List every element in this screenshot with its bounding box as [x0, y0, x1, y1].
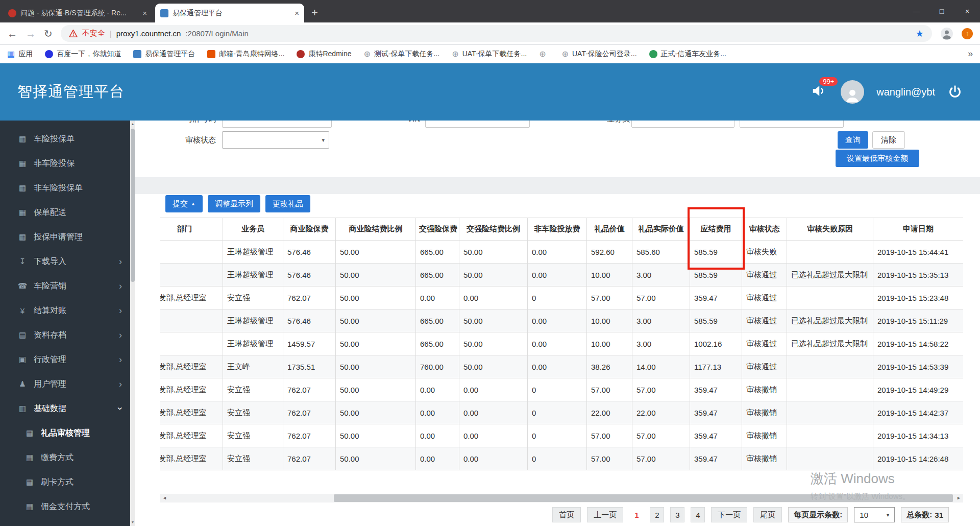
- table-cell: 585.59: [690, 264, 742, 286]
- bookmark-apps[interactable]: ▦应用: [7, 50, 33, 59]
- table-row[interactable]: 开发部,总经理室安立强762.0750.000.000.00022.0022.0…: [160, 401, 963, 424]
- adjust-columns-button[interactable]: 调整显示列: [208, 195, 260, 212]
- bookmark-test-login[interactable]: ⊕: [539, 50, 549, 58]
- page-number-4[interactable]: 4: [691, 507, 705, 522]
- bookmark-ybt[interactable]: 易保通管理平台: [133, 50, 195, 59]
- scrollbar-thumb[interactable]: [131, 129, 135, 282]
- change-gift-button[interactable]: 更改礼品: [265, 195, 310, 212]
- sidebar-item-gift-review[interactable]: ▦礼品审核管理: [0, 421, 130, 445]
- table-row[interactable]: 王琳超级管理576.4650.00665.0050.000.0010.003.0…: [160, 309, 963, 332]
- bookmark-uat-download[interactable]: ⊕UAT-保单下载任务...: [452, 50, 527, 59]
- table-row[interactable]: 开发部,总经理室安立强762.0750.000.000.00057.0057.0…: [160, 447, 963, 470]
- bookmark-xintong[interactable]: 正式-信通车友业务...: [649, 50, 726, 59]
- logout-icon[interactable]: [947, 84, 963, 100]
- avatar[interactable]: [841, 80, 864, 104]
- page-number-3[interactable]: 3: [670, 507, 684, 522]
- sidebar-scrollbar[interactable]: ▲ ▼: [130, 121, 135, 526]
- gift-review-table: 部门业务员商业险保费商业险结费比例交强险保费交强险结费比例非车险投放费礼品价值礼…: [160, 218, 963, 470]
- browser-update-icon[interactable]: ↑: [962, 28, 973, 39]
- sidebar-item-administration[interactable]: ▣行政管理›: [0, 347, 130, 372]
- table-row[interactable]: 开发部,总经理室安立强762.0750.000.000.00057.0057.0…: [160, 286, 963, 309]
- bookmark-mail[interactable]: 邮箱-青岛康特网络...: [207, 50, 284, 59]
- table-cell: 57.00: [632, 447, 690, 470]
- browser-tab-inactive[interactable]: 问题 - 易保通-B/S管理系统 - Re... ×: [3, 4, 152, 22]
- next-page-button[interactable]: 下一页: [711, 507, 747, 522]
- table-cell: 50.00: [336, 286, 416, 309]
- agent-input[interactable]: [631, 121, 734, 128]
- table-row[interactable]: 开发部,总经理室王文峰1735.5150.00760.0050.000.0038…: [160, 355, 963, 378]
- sidebar-item-payment-method[interactable]: ▦缴费方式: [0, 445, 130, 470]
- vin-input[interactable]: [425, 121, 530, 128]
- agent-name-input[interactable]: [740, 121, 844, 128]
- table-row[interactable]: 王琳超级管理576.4650.00665.0050.000.00592.6058…: [160, 241, 963, 264]
- bookmark-star-icon[interactable]: ★: [916, 28, 924, 39]
- new-tab-button[interactable]: +: [311, 7, 318, 18]
- sidebar-item-application-management[interactable]: ▦投保申请管理: [0, 225, 130, 249]
- scroll-up-icon[interactable]: ▲: [130, 121, 135, 128]
- tab-close-icon[interactable]: ×: [295, 9, 299, 17]
- bookmark-redmine[interactable]: 康特Redmine: [297, 50, 351, 59]
- table-row[interactable]: 开发部,总经理室安立强762.0750.000.000.00057.0057.0…: [160, 378, 963, 401]
- sidebar-item-policy-delivery[interactable]: ▦保单配送: [0, 200, 130, 225]
- scroll-down-icon[interactable]: ▼: [130, 519, 135, 526]
- last-page-button[interactable]: 尾页: [753, 507, 782, 522]
- bookmarks-overflow-icon[interactable]: »: [968, 49, 973, 59]
- url-input[interactable]: 不安全 | proxy1.countnet.cn :20807/Login/Ma…: [61, 25, 932, 42]
- sidebar-item-commission-payment[interactable]: ▦佣金支付方式: [0, 494, 130, 519]
- bookmark-test-download[interactable]: ⊕测试-保单下载任务...: [364, 50, 440, 59]
- search-button[interactable]: 查询: [838, 131, 868, 149]
- scrollbar-thumb[interactable]: [334, 494, 953, 502]
- scroll-right-icon[interactable]: ►: [954, 494, 963, 503]
- set-min-amount-button[interactable]: 设置最低审核金额: [836, 150, 919, 167]
- sidebar-item-base-data[interactable]: ▥基础数据›: [0, 396, 130, 421]
- per-page-select[interactable]: 10▾: [854, 507, 895, 522]
- sidebar-item-archives[interactable]: ▤资料存档›: [0, 323, 130, 347]
- table-cell: 审核通过: [742, 286, 787, 309]
- sidebar-item-card-method[interactable]: ▦刷卡方式: [0, 470, 130, 494]
- window-minimize-icon[interactable]: —: [903, 0, 929, 22]
- table-cell: 50.00: [459, 264, 528, 286]
- table-cell: 0.00: [528, 332, 587, 355]
- refresh-icon[interactable]: ↻: [44, 29, 53, 39]
- back-icon[interactable]: ←: [7, 29, 17, 39]
- first-page-button[interactable]: 首页: [552, 507, 581, 522]
- table-row[interactable]: 王琳超级管理576.4650.00665.0050.000.0010.003.0…: [160, 264, 963, 286]
- caret-down-icon: ▾: [322, 137, 325, 144]
- window-maximize-icon[interactable]: □: [929, 0, 954, 22]
- status-select[interactable]: ▾: [222, 131, 329, 149]
- sidebar-item-noncar-insurance-orders[interactable]: ▦非车险投保单: [0, 176, 130, 200]
- sidebar-item-noncar-insurance[interactable]: ▦非车险投保: [0, 151, 130, 176]
- table-cell: 0.00: [459, 286, 528, 309]
- tab-close-icon[interactable]: ×: [142, 9, 147, 17]
- section-divider: [135, 177, 980, 194]
- table-row[interactable]: 开发部,总经理室安立强762.0750.000.000.00057.0057.0…: [160, 424, 963, 447]
- page-number-1[interactable]: 1: [629, 507, 644, 522]
- sidebar-item-download-import[interactable]: ↧下载导入›: [0, 249, 130, 274]
- sidebar-item-car-insurance-orders[interactable]: ▦车险投保单: [0, 127, 130, 151]
- sidebar-item-car-marketing[interactable]: ☎车险营销›: [0, 274, 130, 298]
- sidebar-item-user-management[interactable]: ♟用户管理›: [0, 372, 130, 396]
- table-row[interactable]: 王琳超级管理1459.5750.00665.0050.000.0010.003.…: [160, 332, 963, 355]
- table-cell: 0.00: [528, 264, 587, 286]
- window-close-icon[interactable]: ×: [954, 0, 980, 22]
- sidebar-item-settlement[interactable]: ¥结算对账›: [0, 298, 130, 323]
- table-cell: 10.00: [587, 264, 632, 286]
- submit-button[interactable]: 提交▲: [165, 195, 203, 212]
- grid-icon: ▦: [24, 453, 35, 462]
- bookmark-uat-login[interactable]: ⊕UAT-保险公司登录...: [562, 50, 637, 59]
- plate-input[interactable]: [222, 121, 332, 128]
- warning-icon: [69, 30, 78, 37]
- grid-icon: ▦: [17, 159, 28, 168]
- bookmark-baidu[interactable]: 百度一下，你就知道: [45, 50, 121, 59]
- clear-button[interactable]: 清除: [872, 131, 905, 149]
- browser-tab-active[interactable]: 易保通管理平台 ×: [155, 4, 304, 22]
- table-cell: 开发部,总经理室: [160, 424, 223, 447]
- notification-button[interactable]: 99+: [811, 83, 828, 101]
- redmine-favicon: [8, 9, 16, 17]
- scroll-left-icon[interactable]: ◄: [160, 494, 169, 503]
- forward-icon[interactable]: →: [26, 29, 36, 39]
- prev-page-button[interactable]: 上一页: [587, 507, 623, 522]
- horizontal-scrollbar[interactable]: ◄ ►: [160, 494, 963, 503]
- page-number-2[interactable]: 2: [650, 507, 664, 522]
- browser-profile-icon[interactable]: [940, 27, 953, 40]
